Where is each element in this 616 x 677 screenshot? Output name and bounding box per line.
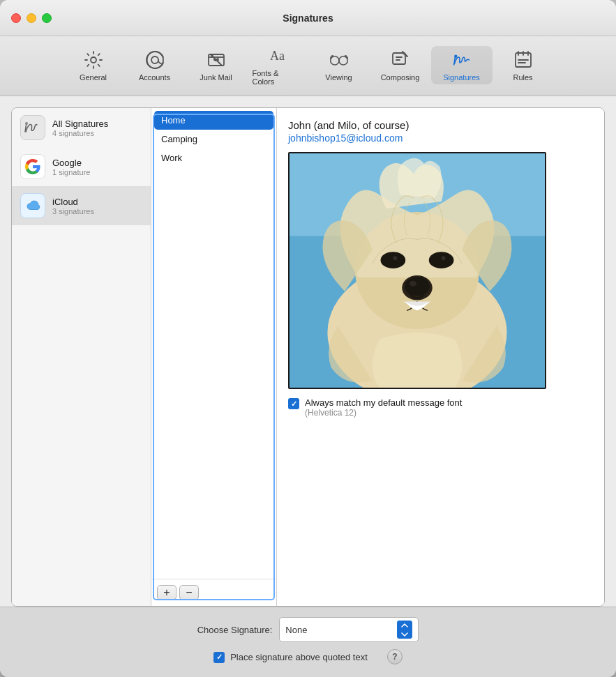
glasses-icon — [328, 49, 350, 71]
signatures-list: Home Camping Work — [151, 108, 276, 579]
icloud-info: iCloud 3 signatures — [52, 197, 94, 215]
google-count: 1 signature — [52, 168, 90, 176]
window-controls — [11, 13, 52, 23]
toolbar-accounts-label: Accounts — [139, 73, 170, 82]
svg-point-22 — [429, 252, 454, 268]
toolbar-item-rules[interactable]: Rules — [493, 46, 554, 84]
always-match-text: Always match my default message font (He… — [305, 397, 462, 418]
place-signature-label: Place signature above quoted text — [230, 652, 368, 662]
toolbar-rules-label: Rules — [513, 73, 532, 82]
toolbar-composing-label: Composing — [381, 73, 420, 82]
svg-point-0 — [91, 57, 96, 63]
svg-text:Aa: Aa — [270, 49, 285, 63]
svg-point-21 — [381, 252, 406, 268]
toolbar-item-signatures[interactable]: Signatures — [431, 46, 493, 84]
account-item-icloud[interactable]: iCloud 3 signatures — [12, 186, 151, 225]
svg-point-8 — [330, 56, 338, 65]
sig-item-home[interactable]: Home — [154, 111, 273, 130]
stepper-up-button[interactable] — [397, 621, 412, 630]
all-signatures-count: 4 signatures — [52, 129, 108, 137]
add-signature-button[interactable]: + — [157, 585, 176, 600]
google-name: Google — [52, 158, 90, 168]
toolbar-signatures-label: Signatures — [443, 73, 480, 82]
remove-signature-button[interactable]: − — [179, 585, 199, 600]
preview-panel: John (and Milo, of course) johnbishop15@… — [277, 108, 604, 606]
all-signatures-info: All Signatures 4 signatures — [52, 119, 108, 137]
toolbar-general-label: General — [80, 73, 107, 82]
rules-icon — [512, 49, 534, 71]
toolbar-item-composing[interactable]: Composing — [370, 46, 431, 84]
signatures-panel: Home Camping Work + − — [151, 108, 277, 606]
icloud-icon — [20, 193, 45, 218]
toolbar-item-fonts-colors[interactable]: Aa Fonts & Colors — [247, 42, 308, 89]
account-item-all-signatures[interactable]: All Signatures 4 signatures — [12, 108, 151, 147]
toolbar-fonts-label: Fonts & Colors — [253, 69, 303, 86]
all-signatures-icon — [20, 115, 45, 140]
svg-line-6 — [211, 54, 222, 66]
svg-rect-10 — [393, 53, 405, 64]
toolbar-item-junk-mail[interactable]: Junk Mail — [186, 46, 247, 84]
stepper-down-button[interactable] — [397, 630, 412, 639]
svg-point-24 — [442, 256, 446, 260]
choose-signature-value: None — [285, 625, 307, 635]
at-icon — [144, 49, 166, 71]
account-item-google[interactable]: Google 1 signature — [12, 147, 151, 186]
main-window: Signatures General Acco — [0, 0, 616, 677]
sig-dog-photo — [288, 152, 546, 389]
junk-icon — [205, 49, 227, 71]
fonts-icon: Aa — [266, 45, 289, 67]
main-content: All Signatures 4 signatures — [0, 96, 616, 607]
toolbar-junk-label: Junk Mail — [200, 73, 232, 82]
google-icon — [20, 154, 45, 179]
always-match-sub: (Helvetica 12) — [305, 408, 462, 418]
sig-bottom-controls: + − — [151, 579, 276, 606]
svg-point-19 — [405, 277, 430, 296]
always-match-checkbox[interactable] — [288, 398, 299, 409]
sig-author-name: John (and Milo, of course) — [288, 119, 593, 131]
place-signature-checkbox[interactable] — [213, 652, 225, 663]
always-match-label: Always match my default message font — [305, 397, 462, 408]
svg-point-9 — [339, 56, 347, 65]
maximize-button[interactable] — [42, 13, 52, 23]
all-signatures-name: All Signatures — [52, 119, 108, 129]
icloud-count: 3 signatures — [52, 207, 94, 215]
choose-signature-label: Choose Signature: — [197, 625, 273, 635]
sig-author-email: johnbishop15@icloud.com — [288, 132, 593, 144]
svg-point-20 — [410, 281, 416, 287]
google-info: Google 1 signature — [52, 158, 90, 176]
place-signature-row: Place signature above quoted text ? — [213, 649, 403, 664]
toolbar-item-general[interactable]: General — [63, 46, 124, 84]
panels-container: All Signatures 4 signatures — [11, 107, 605, 607]
toolbar: General Accounts — [0, 36, 616, 96]
help-button[interactable]: ? — [387, 649, 403, 664]
sig-item-work[interactable]: Work — [154, 149, 273, 167]
signature-stepper[interactable] — [397, 621, 412, 639]
toolbar-item-accounts[interactable]: Accounts — [124, 46, 186, 84]
window-title: Signatures — [283, 13, 333, 24]
sig-item-camping[interactable]: Camping — [154, 130, 273, 149]
accounts-panel: All Signatures 4 signatures — [12, 108, 151, 606]
svg-point-23 — [393, 256, 397, 260]
signature-icon — [451, 49, 473, 71]
toolbar-item-viewing[interactable]: Viewing — [308, 46, 370, 84]
choose-signature-select[interactable]: None — [279, 617, 419, 642]
choose-signature-row: Choose Signature: None — [197, 617, 419, 642]
toolbar-viewing-label: Viewing — [325, 73, 352, 82]
title-bar: Signatures — [0, 0, 616, 36]
minimize-button[interactable] — [27, 13, 36, 23]
gear-icon — [82, 49, 105, 71]
icloud-name: iCloud — [52, 197, 94, 207]
bottom-bar: Choose Signature: None Place signature a… — [0, 607, 616, 677]
close-button[interactable] — [11, 13, 21, 23]
svg-point-1 — [151, 56, 158, 63]
compose-icon — [389, 49, 412, 71]
always-match-row: Always match my default message font (He… — [288, 397, 593, 418]
